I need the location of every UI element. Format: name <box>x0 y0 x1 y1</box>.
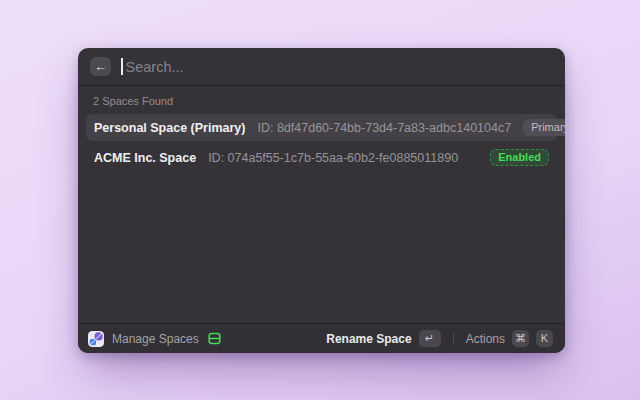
badge-group: Primary Enabled <box>523 119 565 137</box>
spaces-extension-icon <box>88 331 104 347</box>
space-id: ID: 8df47d60-74bb-73d4-7a83-adbc140104c7 <box>257 121 511 135</box>
space-id: ID: 074a5f55-1c7b-55aa-60b2-fe0885011890 <box>208 151 458 165</box>
rename-space-label: Rename Space <box>326 332 411 346</box>
primary-badge: Primary <box>523 119 565 137</box>
results-count-label: 2 Spaces Found <box>86 92 557 114</box>
command-key-icon: ⌘ <box>512 330 529 347</box>
k-key-icon: K <box>536 330 553 347</box>
results-list: 2 Spaces Found Personal Space (Primary) … <box>78 86 565 323</box>
actions-label: Actions <box>466 332 505 346</box>
footer-bar: Manage Spaces Rename Space ↵ Actions ⌘ K <box>78 323 565 353</box>
rename-space-button[interactable]: Rename Space ↵ <box>324 328 442 349</box>
space-title: ACME Inc. Space <box>94 151 196 165</box>
green-space-card-icon <box>207 331 222 346</box>
footer-divider <box>453 333 454 345</box>
enabled-badge: Enabled <box>490 149 549 167</box>
back-button[interactable]: ← <box>90 57 111 76</box>
manage-spaces-label: Manage Spaces <box>112 332 199 346</box>
space-title: Personal Space (Primary) <box>94 121 245 135</box>
actions-menu-button[interactable]: Actions ⌘ K <box>464 328 555 349</box>
list-item-personal-space[interactable]: Personal Space (Primary) ID: 8df47d60-74… <box>86 114 557 141</box>
search-field-wrap <box>121 58 553 75</box>
search-bar: ← <box>78 48 565 85</box>
back-arrow-icon: ← <box>94 60 107 73</box>
list-item-acme-space[interactable]: ACME Inc. Space ID: 074a5f55-1c7b-55aa-6… <box>86 144 557 171</box>
search-input[interactable] <box>123 59 554 75</box>
command-palette-window: ← 2 Spaces Found Personal Space (Primary… <box>78 48 565 353</box>
return-key-icon: ↵ <box>419 330 441 347</box>
footer-actions: Rename Space ↵ Actions ⌘ K <box>324 328 555 349</box>
badge-group: Enabled <box>490 149 549 167</box>
